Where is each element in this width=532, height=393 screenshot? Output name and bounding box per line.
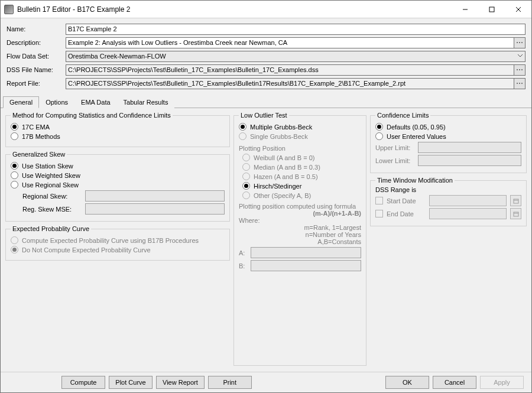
end-date-label: End Date bbox=[387, 210, 426, 217]
view-report-button[interactable]: View Report bbox=[156, 376, 205, 389]
radio-icon bbox=[242, 191, 250, 199]
radio-icon bbox=[11, 181, 18, 189]
window-root: Bulletin 17 Editor - B17C Example 2 Name… bbox=[0, 0, 532, 393]
name-label: Name: bbox=[7, 25, 66, 33]
formula-line3: A,B=Constants bbox=[239, 238, 361, 245]
conf-user-radio[interactable]: User Entered Values bbox=[375, 132, 521, 140]
maximize-icon bbox=[489, 7, 495, 12]
header-form: Name: Description: Flow Data Set: Oresti… bbox=[1, 18, 531, 95]
reg-skew-mse-input[interactable] bbox=[85, 203, 225, 215]
tab-tabular-results[interactable]: Tabular Results bbox=[117, 96, 175, 108]
plot-median-label: Median (A and B = 0.3) bbox=[254, 164, 320, 171]
method-17b-radio[interactable]: 17B Methods bbox=[11, 132, 225, 140]
minimize-button[interactable] bbox=[452, 1, 478, 18]
start-date-label: Start Date bbox=[387, 197, 426, 204]
dss-range-label: DSS Range is bbox=[375, 186, 521, 193]
window-controls bbox=[452, 1, 531, 18]
method-17b-label: 17B Methods bbox=[22, 133, 60, 140]
tab-ema-data[interactable]: EMA Data bbox=[74, 96, 117, 108]
regional-skew-label: Regional Skew: bbox=[22, 193, 82, 200]
radio-icon bbox=[375, 123, 383, 131]
close-button[interactable] bbox=[505, 1, 531, 18]
plot-hirsch-label: Hirsch/Stedinger bbox=[254, 183, 301, 190]
method-group: Method for Computing Statistics and Conf… bbox=[5, 112, 230, 147]
svg-point-11 bbox=[519, 83, 520, 84]
cancel-button[interactable]: Cancel bbox=[433, 376, 476, 389]
flow-data-set-combo[interactable]: Orestimba Creek-Newman-FLOW bbox=[66, 51, 525, 62]
confidence-limits-group: Confidence Limits Defaults (0.05, 0.95) … bbox=[370, 112, 527, 173]
dss-file-field: C:\PROJECTS\SSP\Projects\Test\Bulletin_1… bbox=[66, 64, 514, 76]
formula-intro: Plotting position computed using formula bbox=[239, 203, 361, 210]
plot-curve-button[interactable]: Plot Curve bbox=[109, 376, 153, 389]
dss-file-ellipsis-button[interactable] bbox=[514, 64, 525, 76]
epc-compute-label: Compute Expected Probability Curve using… bbox=[22, 237, 199, 244]
svg-point-8 bbox=[519, 69, 520, 70]
svg-rect-13 bbox=[514, 199, 518, 203]
print-button[interactable]: Print bbox=[208, 376, 252, 389]
radio-icon bbox=[239, 123, 246, 131]
svg-point-7 bbox=[517, 69, 518, 70]
ellipsis-icon bbox=[516, 82, 523, 85]
conf-defaults-label: Defaults (0.05, 0.95) bbox=[387, 124, 446, 131]
epc-compute-radio: Compute Expected Probability Curve using… bbox=[11, 236, 225, 244]
svg-point-6 bbox=[521, 42, 523, 43]
plot-other-radio: Other (Specify A, B) bbox=[242, 191, 361, 199]
skew-regional-radio[interactable]: Use Regional Skew bbox=[11, 181, 225, 189]
ellipsis-icon bbox=[516, 69, 523, 71]
tab-general[interactable]: General bbox=[3, 96, 39, 108]
window-title: Bulletin 17 Editor - B17C Example 2 bbox=[17, 5, 452, 14]
method-17c-ema-radio[interactable]: 17C EMA bbox=[11, 123, 225, 131]
footer-bar: Compute Plot Curve View Report Print OK … bbox=[1, 372, 531, 392]
b-input[interactable] bbox=[251, 260, 361, 271]
method-group-legend: Method for Computing Statistics and Conf… bbox=[11, 112, 173, 119]
upper-limit-label: Upper Limit: bbox=[375, 144, 414, 151]
ok-button[interactable]: OK bbox=[385, 376, 429, 389]
upper-limit-input bbox=[418, 142, 521, 153]
svg-rect-1 bbox=[489, 7, 494, 12]
svg-point-5 bbox=[519, 42, 520, 43]
plot-weibull-label: Weibull (A and B = 0) bbox=[254, 154, 314, 161]
chevron-down-icon bbox=[515, 52, 524, 61]
maximize-button[interactable] bbox=[478, 1, 505, 18]
compute-button[interactable]: Compute bbox=[61, 376, 105, 389]
tab-body-general: Method for Computing Statistics and Conf… bbox=[1, 108, 531, 372]
radio-icon bbox=[11, 132, 18, 140]
epc-dont-compute-label: Do Not Compute Expected Probability Curv… bbox=[22, 246, 151, 254]
low-multi-radio[interactable]: Multiple Grubbs-Beck bbox=[239, 123, 361, 131]
formula-text: (m-A)/(n+1-A-B) bbox=[239, 210, 361, 217]
end-date-picker-button bbox=[510, 208, 521, 219]
skew-station-radio[interactable]: Use Station Skew bbox=[11, 162, 225, 170]
description-input[interactable] bbox=[66, 37, 514, 48]
regional-skew-input[interactable] bbox=[85, 190, 225, 202]
epc-group-legend: Expected Probablity Curve bbox=[11, 225, 91, 232]
conf-defaults-radio[interactable]: Defaults (0.05, 0.95) bbox=[375, 123, 521, 131]
low-single-radio: Single Grubbs-Beck bbox=[239, 132, 361, 140]
skew-regional-label: Use Regional Skew bbox=[22, 181, 79, 189]
svg-rect-15 bbox=[514, 212, 518, 216]
flow-label: Flow Data Set: bbox=[7, 53, 66, 60]
description-ellipsis-button[interactable] bbox=[514, 37, 525, 48]
time-window-group: Time Window Modification DSS Range is St… bbox=[370, 177, 527, 226]
apply-button: Apply bbox=[480, 376, 524, 389]
report-file-ellipsis-button[interactable] bbox=[514, 78, 525, 89]
start-date-check bbox=[375, 197, 383, 204]
confidence-limits-legend: Confidence Limits bbox=[375, 112, 430, 119]
a-input[interactable] bbox=[251, 247, 361, 258]
plot-hazen-label: Hazen (A and B = 0.5) bbox=[254, 173, 318, 180]
name-input[interactable] bbox=[66, 24, 525, 35]
dss-file-label: DSS File Name: bbox=[7, 66, 66, 73]
close-icon bbox=[515, 7, 521, 12]
skew-weighted-radio[interactable]: Use Weighted Skew bbox=[11, 171, 225, 179]
app-icon bbox=[4, 5, 14, 14]
end-date-input bbox=[429, 208, 507, 219]
start-date-picker-button bbox=[510, 195, 521, 206]
plot-median-radio: Median (A and B = 0.3) bbox=[242, 163, 361, 171]
radio-icon bbox=[242, 173, 250, 180]
epc-dont-compute-radio: Do Not Compute Expected Probability Curv… bbox=[11, 246, 225, 254]
plot-hirsch-radio[interactable]: Hirsch/Stedinger bbox=[242, 182, 361, 190]
tab-options[interactable]: Options bbox=[39, 96, 74, 108]
where-label: Where: bbox=[239, 217, 361, 224]
radio-icon bbox=[242, 182, 250, 190]
formula-line1: m=Rank, 1=Largest bbox=[239, 224, 361, 231]
skew-group: Generalized Skew Use Station Skew Use We… bbox=[5, 151, 230, 222]
